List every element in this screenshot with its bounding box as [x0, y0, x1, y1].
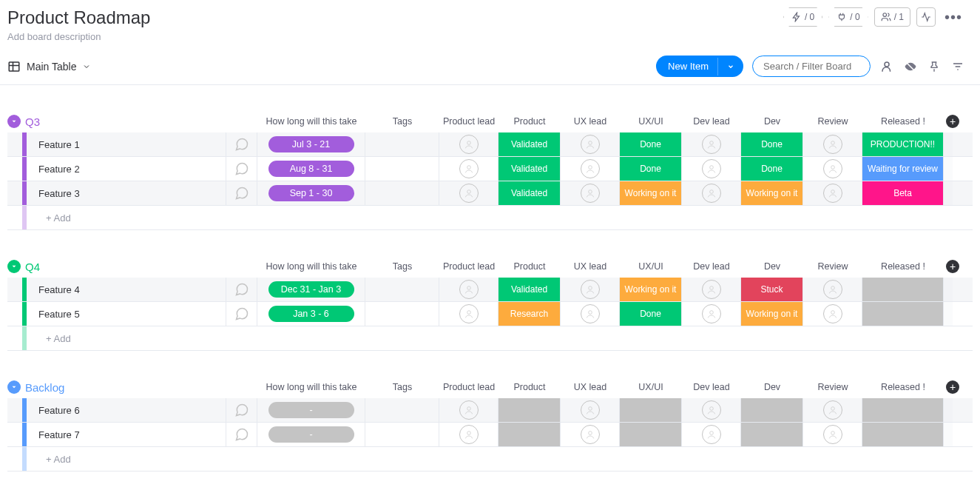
chat-button[interactable] [226, 132, 257, 156]
col-header-how[interactable]: How long will this take [257, 116, 365, 127]
chat-button[interactable] [226, 423, 257, 446]
cell-tags[interactable] [365, 302, 439, 326]
cell-dev-lead[interactable] [682, 157, 741, 181]
col-header-dev-lead[interactable]: Dev lead [682, 261, 741, 272]
item-name[interactable]: Feature 3 [27, 181, 226, 205]
cell-released-status[interactable] [862, 278, 944, 301]
cell-product-lead[interactable] [439, 423, 499, 446]
person-placeholder-icon[interactable] [459, 135, 479, 154]
cell-product-status[interactable]: Validated [499, 181, 561, 205]
item-name[interactable]: Feature 4 [27, 278, 226, 301]
new-item-dropdown[interactable] [717, 58, 743, 75]
cell-ux-lead[interactable] [561, 278, 620, 301]
col-header-product[interactable]: Product [499, 382, 561, 392]
cell-review[interactable] [803, 302, 862, 326]
cell-uxui-status[interactable]: Working on it [620, 181, 682, 205]
cell-ux-lead[interactable] [561, 398, 620, 422]
cell-timeline[interactable]: Jan 3 - 6 [257, 302, 365, 326]
hide-button[interactable] [903, 59, 918, 74]
person-placeholder-icon[interactable] [702, 304, 721, 323]
person-placeholder-icon[interactable] [459, 425, 479, 444]
cell-dev-status[interactable]: Done [741, 132, 803, 156]
cell-review[interactable] [803, 157, 862, 181]
person-placeholder-icon[interactable] [823, 184, 842, 203]
col-header-uxui[interactable]: UX/UI [620, 116, 682, 127]
person-placeholder-icon[interactable] [459, 159, 479, 178]
new-item-button[interactable]: New Item [656, 56, 743, 77]
person-placeholder-icon[interactable] [823, 304, 842, 323]
cell-product-status[interactable] [499, 398, 561, 422]
cell-uxui-status[interactable]: Done [620, 302, 682, 326]
cell-released-status[interactable]: PRODUCTION!! [862, 132, 944, 156]
col-header-ux-lead[interactable]: UX lead [561, 261, 620, 272]
group-title[interactable]: Backlog [25, 381, 64, 394]
cell-uxui-status[interactable]: Done [620, 157, 682, 181]
cell-dev-status[interactable]: Working on it [741, 302, 803, 326]
integrations-badge[interactable]: / 0 [828, 7, 868, 27]
cell-dev-status[interactable]: Stuck [741, 278, 803, 301]
table-row[interactable]: Feature 7 - [7, 423, 973, 447]
col-header-dev-lead[interactable]: Dev lead [682, 116, 741, 127]
cell-uxui-status[interactable]: Working on it [620, 278, 682, 301]
col-header-tags[interactable]: Tags [365, 116, 439, 127]
view-selector[interactable]: Main Table [7, 60, 91, 73]
person-placeholder-icon[interactable] [702, 135, 721, 154]
col-header-released[interactable]: Released ! [862, 382, 944, 392]
chat-button[interactable] [226, 278, 257, 301]
col-header-dev[interactable]: Dev [741, 116, 803, 127]
person-placeholder-icon[interactable] [823, 400, 842, 420]
add-item-row[interactable]: + Add [7, 206, 973, 230]
col-header-review[interactable]: Review [803, 382, 862, 392]
col-header-product-lead[interactable]: Product lead [439, 382, 499, 392]
cell-dev-lead[interactable] [682, 302, 741, 326]
item-name[interactable]: Feature 7 [27, 423, 226, 446]
cell-review[interactable] [803, 278, 862, 301]
cell-product-lead[interactable] [439, 132, 499, 156]
cell-dev-status[interactable]: Done [741, 157, 803, 181]
cell-uxui-status[interactable] [620, 423, 682, 446]
cell-product-status[interactable]: Validated [499, 132, 561, 156]
activity-button[interactable] [916, 7, 936, 27]
cell-tags[interactable] [365, 181, 439, 205]
cell-timeline[interactable]: Aug 8 - 31 [257, 157, 365, 181]
chat-button[interactable] [226, 157, 257, 181]
cell-tags[interactable] [365, 132, 439, 156]
person-placeholder-icon[interactable] [702, 184, 721, 203]
cell-product-lead[interactable] [439, 398, 499, 422]
add-column-button[interactable]: + [946, 260, 959, 273]
cell-ux-lead[interactable] [561, 157, 620, 181]
cell-ux-lead[interactable] [561, 423, 620, 446]
pin-button[interactable] [927, 59, 942, 74]
group-collapse-toggle[interactable] [7, 260, 21, 273]
person-placeholder-icon[interactable] [581, 184, 600, 203]
item-name[interactable]: Feature 2 [27, 157, 226, 181]
cell-released-status[interactable]: Waiting for review [862, 157, 944, 181]
search-input[interactable] [752, 56, 871, 77]
cell-timeline[interactable]: Jul 3 - 21 [257, 132, 365, 156]
table-row[interactable]: Feature 6 - [7, 398, 973, 423]
cell-review[interactable] [803, 132, 862, 156]
cell-uxui-status[interactable] [620, 398, 682, 422]
cell-released-status[interactable] [862, 302, 944, 326]
col-header-product[interactable]: Product [499, 261, 561, 272]
col-header-dev-lead[interactable]: Dev lead [682, 382, 741, 392]
group-title[interactable]: Q4 [25, 261, 40, 273]
automations-badge[interactable]: / 0 [783, 7, 822, 27]
cell-tags[interactable] [365, 157, 439, 181]
board-title[interactable]: Product Roadmap [7, 7, 150, 28]
cell-tags[interactable] [365, 398, 439, 422]
person-placeholder-icon[interactable] [581, 400, 600, 420]
cell-timeline[interactable]: - [257, 398, 365, 422]
cell-ux-lead[interactable] [561, 132, 620, 156]
col-header-dev[interactable]: Dev [741, 382, 803, 392]
person-filter-button[interactable] [879, 59, 894, 74]
col-header-uxui[interactable]: UX/UI [620, 261, 682, 272]
person-placeholder-icon[interactable] [702, 280, 721, 299]
cell-dev-lead[interactable] [682, 423, 741, 446]
cell-released-status[interactable]: Beta [862, 181, 944, 205]
cell-product-lead[interactable] [439, 157, 499, 181]
cell-product-lead[interactable] [439, 181, 499, 205]
sort-button[interactable] [950, 59, 965, 74]
item-name[interactable]: Feature 5 [27, 302, 226, 326]
add-column-button[interactable]: + [946, 380, 959, 394]
